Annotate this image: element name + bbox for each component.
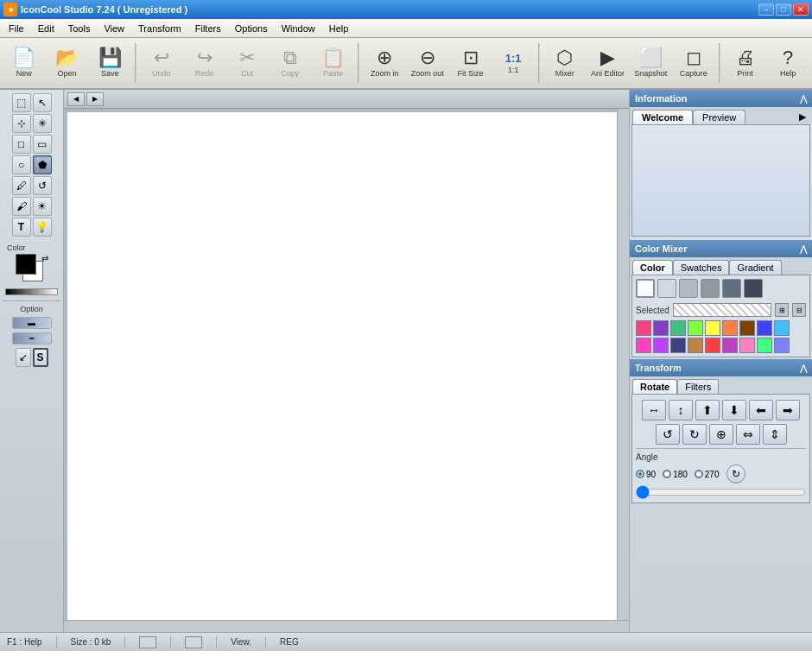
info-panel-collapse[interactable]: ⋀ [800, 94, 807, 104]
tr-flip-h-button[interactable]: ↔ [642, 400, 666, 420]
color-swatch[interactable] [653, 320, 669, 336]
option-icon1[interactable]: ↙ [16, 348, 31, 367]
tr-tab-filters[interactable]: Filters [677, 379, 719, 394]
menu-item-file[interactable]: File [2, 22, 31, 35]
tool-lasso[interactable]: ⊹ [12, 114, 31, 133]
menu-item-transform[interactable]: Transform [131, 22, 188, 35]
tr-move-right-button[interactable]: ➡ [776, 400, 800, 420]
color-swatch[interactable] [688, 320, 703, 336]
tool-dropper[interactable]: 🖊 [12, 176, 31, 195]
menu-item-options[interactable]: Options [228, 22, 275, 35]
canvas-vscrollbar[interactable] [617, 109, 629, 632]
menu-item-tools[interactable]: Tools [61, 22, 98, 35]
toolbar-zoom-in-button[interactable]: ⊕Zoom in [364, 41, 405, 85]
color-swatch[interactable] [705, 320, 720, 336]
tr-move-left-button[interactable]: ⬅ [749, 400, 773, 420]
toolbar-capture-button[interactable]: ◻Capture [673, 41, 714, 85]
color-mixer-collapse[interactable]: ⋀ [800, 244, 807, 254]
angle-180-option[interactable]: 180 [663, 470, 688, 479]
toolbar-snapshot-button[interactable]: ⬜Snapshot [630, 41, 671, 85]
color-swatch[interactable] [722, 320, 738, 336]
color-swatch[interactable] [739, 338, 755, 353]
cm-square-4[interactable] [701, 279, 720, 298]
tool-rect[interactable]: □ [12, 135, 31, 154]
tr-flip-v-button[interactable]: ↕ [669, 400, 693, 420]
toolbar-1to1-button[interactable]: 1:11:1 [492, 41, 534, 85]
menu-item-view[interactable]: View [97, 22, 131, 35]
toolbar-save-button[interactable]: 💾Save [89, 41, 130, 85]
color-swatch[interactable] [670, 338, 686, 353]
toolbar-open-button[interactable]: 📂Open [47, 41, 88, 85]
color-swatch[interactable] [774, 320, 790, 336]
tool-magic-wand[interactable]: ✳ [33, 114, 52, 133]
angle-270-radio[interactable] [695, 470, 703, 478]
fg-color-swatch[interactable] [16, 254, 36, 275]
tool-star[interactable]: ⬟ [33, 155, 52, 174]
tool-ellipse[interactable]: ○ [12, 155, 31, 174]
angle-270-option[interactable]: 270 [695, 470, 720, 479]
tr-move-up-button[interactable]: ⬆ [695, 400, 720, 420]
tool-text[interactable]: T [12, 218, 31, 237]
color-swatch[interactable] [722, 338, 738, 353]
color-swatch[interactable] [774, 338, 790, 353]
scroll-left-button[interactable]: ◀ [67, 92, 85, 106]
color-swatch[interactable] [705, 338, 720, 353]
apply-rotate-button[interactable]: ↻ [726, 465, 745, 484]
cm-square-1[interactable] [636, 279, 655, 298]
canvas-hscrollbar[interactable] [64, 620, 629, 632]
tool-rotate[interactable]: ↺ [33, 176, 52, 195]
toolbar-fit-size-button[interactable]: ⊡Fit Size [450, 41, 492, 85]
tr-center-button[interactable]: ⊕ [709, 424, 733, 445]
option-icon2[interactable]: S [33, 348, 48, 367]
angle-90-option[interactable]: 90 [636, 470, 656, 479]
menu-item-edit[interactable]: Edit [31, 22, 61, 35]
tool-select-rect[interactable]: ⬚ [12, 93, 31, 112]
cm-tab-gradient[interactable]: Gradient [729, 260, 781, 275]
tr-stretch-v-button[interactable]: ⇕ [763, 424, 787, 445]
angle-slider[interactable] [636, 489, 806, 496]
close-button[interactable]: ✕ [793, 3, 809, 16]
canvas[interactable] [67, 112, 625, 629]
tool-select-arrow[interactable]: ↖ [33, 93, 52, 112]
color-swatch[interactable] [757, 320, 772, 336]
info-tab-arrow[interactable]: ▶ [796, 111, 809, 123]
angle-90-radio[interactable] [636, 470, 644, 478]
color-swatch[interactable] [636, 338, 651, 353]
angle-180-radio[interactable] [663, 470, 671, 478]
maximize-button[interactable]: □ [776, 3, 791, 16]
option-size[interactable]: ━ [12, 332, 52, 344]
tr-move-down-button[interactable]: ⬇ [722, 400, 746, 420]
minimize-button[interactable]: − [758, 3, 774, 16]
tool-fill[interactable]: ☀ [33, 197, 52, 216]
tool-bulb[interactable]: 💡 [33, 218, 52, 237]
cm-square-3[interactable] [679, 279, 698, 298]
tool-round-rect[interactable]: ▭ [33, 135, 52, 154]
toolbar-print-button[interactable]: 🖨Print [725, 41, 766, 85]
info-tab-welcome[interactable]: Welcome [632, 110, 693, 124]
color-swatch[interactable] [688, 338, 703, 353]
menu-item-window[interactable]: Window [275, 22, 322, 35]
cm-paste-button[interactable]: ⊟ [792, 303, 806, 317]
option-opacity[interactable]: ▬ [12, 317, 52, 329]
color-swatch[interactable] [670, 320, 686, 336]
cm-square-5[interactable] [722, 279, 741, 298]
transform-collapse[interactable]: ⋀ [800, 363, 807, 373]
color-swatch[interactable] [739, 320, 755, 336]
tr-rotate-cw-button[interactable]: ↻ [682, 424, 707, 445]
toolbar-ani-editor-button[interactable]: ▶Ani Editor [587, 41, 629, 85]
info-tab-preview[interactable]: Preview [693, 110, 745, 124]
cm-square-2[interactable] [657, 279, 676, 298]
menu-item-help[interactable]: Help [322, 22, 356, 35]
cm-tab-swatches[interactable]: Swatches [673, 260, 730, 275]
scroll-right-button[interactable]: ▶ [86, 92, 104, 106]
menu-item-filters[interactable]: Filters [188, 22, 228, 35]
toolbar-zoom-out-button[interactable]: ⊖Zoom out [407, 41, 448, 85]
cm-square-6[interactable] [744, 279, 763, 298]
tr-rotate-ccw-button[interactable]: ↺ [656, 424, 680, 445]
color-swap-icon[interactable]: ⇄ [41, 254, 48, 263]
cm-tab-color[interactable]: Color [632, 260, 673, 275]
tool-brush[interactable]: 🖌 [12, 197, 31, 216]
color-swatch[interactable] [757, 338, 772, 353]
cm-copy-button[interactable]: ⊞ [775, 303, 789, 317]
toolbar-help-button[interactable]: ?Help [767, 41, 809, 85]
